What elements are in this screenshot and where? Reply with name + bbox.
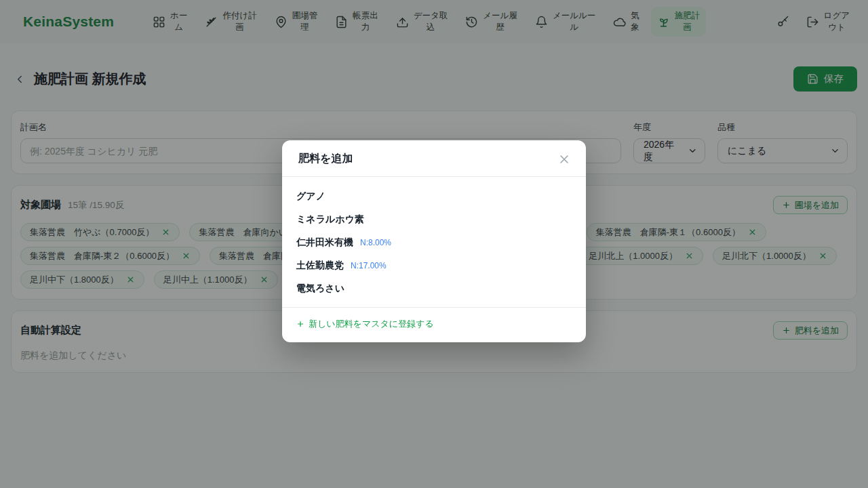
fertilizer-name: 電気ろさい	[296, 283, 344, 295]
fertilizer-name: 仁井田米有機	[296, 237, 353, 249]
modal-close-button[interactable]	[557, 152, 571, 166]
register-new-fertilizer-link[interactable]: 新しい肥料をマスタに登録する	[296, 318, 572, 330]
plus-icon	[296, 320, 304, 328]
fertilizer-name: 土佐勤農党	[296, 260, 344, 272]
fertilizer-list-item[interactable]: 仁井田米有機 N:8.00%	[282, 231, 586, 254]
fertilizer-list-item[interactable]: グアノ	[282, 185, 586, 208]
fertilizer-list: グアノ ミネラルホウ素 仁井田米有機 N:8.00% 土佐勤農党 N:17.00…	[282, 177, 586, 307]
fertilizer-list-item[interactable]: 電気ろさい	[282, 277, 586, 300]
fertilizer-name: グアノ	[296, 190, 326, 203]
x-icon	[557, 152, 571, 166]
fertilizer-n-value: N:17.00%	[351, 261, 387, 270]
modal-title: 肥料を追加	[298, 152, 353, 166]
register-new-fertilizer-label: 新しい肥料をマスタに登録する	[309, 318, 434, 330]
fertilizer-list-item[interactable]: 土佐勤農党 N:17.00%	[282, 254, 586, 277]
add-fertilizer-modal: 肥料を追加 グアノ ミネラルホウ素 仁井田米有機 N:8.00% 土佐勤農党 N…	[282, 140, 586, 342]
fertilizer-name: ミネラルホウ素	[296, 214, 364, 226]
fertilizer-n-value: N:8.00%	[360, 238, 391, 247]
fertilizer-list-item[interactable]: ミネラルホウ素	[282, 208, 586, 231]
